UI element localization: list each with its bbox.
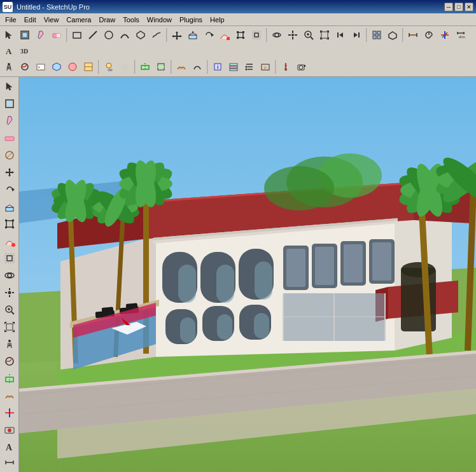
svg-line-88 [6,152,13,158]
fog-btn[interactable] [117,59,132,74]
menu-camera[interactable]: Camera [62,15,95,24]
scene-canvas[interactable] [19,77,476,472]
lt-zoom[interactable] [1,302,18,318]
svg-rect-95 [5,226,7,228]
section-cuts-btn[interactable] [153,59,169,74]
lt-followme[interactable] [1,233,18,249]
lt-zoomextents[interactable] [1,319,18,335]
walk-btn[interactable] [1,59,17,74]
orbit-btn[interactable] [269,27,284,43]
lt-rotate[interactable] [1,181,18,198]
menu-draw[interactable]: Draw [95,15,119,24]
freehand-btn[interactable] [149,27,164,43]
menu-tools[interactable]: Tools [119,15,143,24]
svg-point-74 [246,66,248,68]
axes-btn[interactable] [437,27,452,43]
svg-rect-107 [6,324,13,330]
lt-axes[interactable] [1,405,18,421]
3dtext-btn[interactable]: 3D [17,43,32,59]
make-component-btn[interactable] [17,27,32,43]
advanced-camera-btn[interactable] [294,59,309,74]
protractor-btn[interactable] [421,27,437,43]
maximize-button[interactable]: □ [454,3,463,11]
components-btn[interactable] [49,59,64,74]
layers-btn[interactable] [226,59,241,74]
lt-dimension[interactable] [1,456,18,472]
move-btn[interactable] [169,27,185,43]
menu-plugins[interactable]: Plugins [176,15,206,24]
polygon-btn[interactable] [133,27,148,43]
close-button[interactable]: ✕ [465,3,473,11]
lt-select[interactable] [1,78,18,95]
lt-text[interactable]: A [1,439,18,455]
lt-erase[interactable] [1,130,18,146]
lt-pushpull[interactable] [1,198,18,215]
prev-view-btn[interactable] [333,27,348,43]
scale-btn[interactable] [233,27,248,43]
section-plane-btn[interactable] [137,59,153,74]
erase-btn[interactable] [49,27,64,43]
lt-offset[interactable] [1,250,18,267]
solar-north-btn[interactable]: N [278,59,293,74]
menu-window[interactable]: Window [143,15,176,24]
minimize-button[interactable]: ─ [444,3,453,11]
pushpull-btn[interactable] [185,27,200,43]
lookaround-btn[interactable] [17,59,32,74]
followme-btn[interactable] [217,27,232,43]
lt-sandbox[interactable] [1,387,18,404]
menu-file[interactable]: File [1,15,20,24]
sandbox-btn[interactable] [174,59,189,74]
lt-move[interactable] [1,164,18,181]
shadows-btn[interactable] [101,59,116,74]
tape-measure-btn[interactable] [405,27,421,43]
materials-btn[interactable] [65,59,80,74]
paint-btn[interactable] [33,27,48,43]
lt-lookaround[interactable] [1,353,18,370]
zoom-btn[interactable] [301,27,316,43]
outliner-btn[interactable] [242,59,257,74]
lt-section[interactable] [1,370,18,387]
pan-btn[interactable] [285,27,300,43]
text-btn[interactable]: A [1,43,17,59]
scenes-btn[interactable] [258,59,273,74]
dimension-btn[interactable]: dim [453,27,468,43]
lt-orbit[interactable] [1,267,18,284]
svg-rect-148 [254,313,269,338]
lt-tape[interactable] [1,147,18,163]
styles-btn[interactable] [81,59,96,74]
svg-rect-90 [6,207,13,211]
next-view-btn[interactable] [349,27,364,43]
standard-views-btn[interactable] [369,27,384,43]
svg-rect-209 [102,307,114,313]
menu-help[interactable]: Help [206,15,228,24]
offset-btn[interactable] [249,27,264,43]
iso-view-btn[interactable] [385,27,400,43]
svg-marker-79 [284,63,287,66]
entity-info-btn[interactable]: i [210,59,225,74]
rectangle-btn[interactable] [69,27,85,43]
svg-rect-15 [242,31,244,33]
svg-rect-98 [5,254,14,263]
lt-scale[interactable] [1,216,18,232]
menu-view[interactable]: View [40,15,63,24]
ruby-console-btn[interactable]: >_ [33,59,48,74]
svg-marker-11 [211,33,214,37]
smooth-btn[interactable] [190,59,205,74]
lt-rec[interactable] [1,422,18,438]
lt-walk[interactable] [1,336,18,352]
svg-point-205 [264,166,334,211]
arc-btn[interactable] [117,27,132,43]
window-title: Untitled - SketchUp Pro [17,3,440,11]
viewport[interactable] [19,77,476,472]
circle-btn[interactable] [101,27,116,43]
lt-make-component[interactable] [1,95,18,112]
line-btn[interactable] [85,27,101,43]
lt-paint[interactable] [1,113,18,129]
svg-marker-91 [6,205,13,207]
zoom-extents-btn[interactable] [317,27,332,43]
rotate-btn[interactable] [201,27,216,43]
menu-edit[interactable]: Edit [20,15,40,24]
select-tool-btn[interactable] [1,27,17,43]
window-controls[interactable]: ─ □ ✕ [444,3,473,11]
lt-pan[interactable] [1,284,18,301]
